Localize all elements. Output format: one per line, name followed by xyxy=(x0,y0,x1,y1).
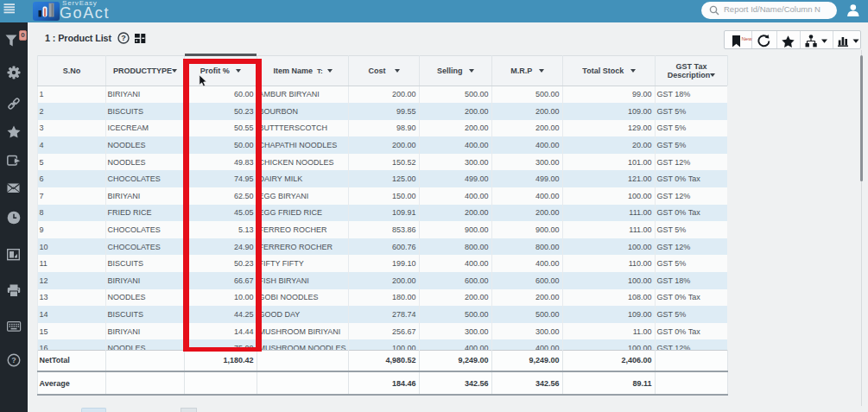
svg-text:?: ? xyxy=(11,356,16,364)
svg-text:?: ? xyxy=(121,34,126,42)
svg-text:New: New xyxy=(742,36,753,41)
